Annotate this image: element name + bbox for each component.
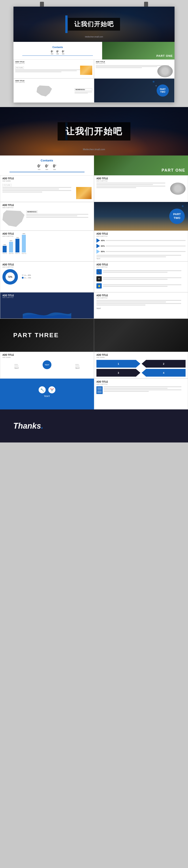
slide-row-3: ADD TITLE ADD SUBTITLE 25% TEXT A 50% TE… [0, 230, 188, 261]
contents-row: Contants 01 title 02 title 06 title [14, 42, 174, 59]
line [103, 272, 167, 273]
line [97, 186, 165, 187]
line [103, 270, 181, 271]
pct-dot-a [22, 274, 24, 276]
map-body: NEIMENGGU [2, 209, 91, 228]
icon-row-2: 👁 [97, 276, 186, 281]
bar-label-2: TEXT B [9, 253, 14, 254]
fw-contents-left: Contants 01 title 02 title 06 title [0, 155, 94, 175]
hero-title: 让我们开始吧 [74, 20, 114, 28]
donut-label: 72% [2, 269, 18, 285]
grid4-col-1-cells [97, 387, 102, 393]
line [103, 284, 181, 285]
poster-slide-2: ADD TITLE ADD SUBTITLE [94, 59, 174, 79]
sh-subtitle-1: Add Subtitle [2, 180, 91, 182]
sh-taxi-img [76, 187, 91, 199]
line [15, 69, 88, 70]
line [103, 286, 167, 287]
icon-lines-2 [103, 277, 186, 280]
icon-list-title: ADD TITLE [97, 264, 186, 266]
sh-watch-img [170, 183, 186, 195]
bar-label-1: TEXT A [2, 253, 7, 254]
thanks-text: Thanks. [13, 421, 43, 431]
sh-body-1 [2, 187, 91, 200]
pct-item-b: B — 72% [22, 277, 31, 279]
arrow-item-label-2: 60% [101, 245, 105, 247]
fw-ci-num-3: 06 [53, 164, 56, 168]
line [97, 305, 145, 306]
china-map-shape [37, 86, 52, 96]
contents-title: Contants [52, 46, 63, 49]
icon-lines-3 [103, 284, 186, 287]
bar-title: ADD TITLE [2, 232, 91, 235]
pct-dot-b [22, 277, 24, 279]
line [96, 67, 142, 68]
bar-4 [22, 235, 26, 252]
arrow-line-3 [106, 251, 186, 252]
contents-right: PART ONE [102, 42, 175, 59]
slide-row-7: 🔧 ✂️ TEXT ADD TITLE ADD SUBTITLE [0, 379, 188, 409]
fw-ci-1: 01 title [37, 164, 41, 170]
tools-slide: 🔧 ✂️ TEXT [0, 379, 94, 409]
text-box-left: TEXT [14, 364, 19, 369]
poster-slide-2-title: ADD TITLE [96, 61, 173, 63]
quad-4: 4 [142, 369, 186, 377]
line [75, 364, 79, 365]
text-label-main: TEXT [97, 307, 186, 309]
text-slide-subtitle: ADD SUBTITLE [97, 297, 186, 299]
line [104, 391, 149, 392]
arrow-chart-title: ADD TITLE [97, 232, 186, 235]
line [26, 217, 88, 218]
pct-item-a: A — 28% [22, 274, 31, 276]
quad-3: 3 [97, 369, 140, 377]
bar-pct-3: 70% [16, 237, 19, 238]
arrow-line-1 [106, 240, 186, 241]
main-hero-title: 让我们开始吧 [65, 125, 123, 137]
wave-svg [0, 305, 94, 318]
slide-half-watch: ADD TITLE ADD SUBTITLE [94, 175, 188, 202]
slide-row-6: ADD TITLE Add Subtitle TEXT TEXT TEXT AD… [0, 352, 188, 379]
wave-title: ADD TITLE [2, 294, 91, 297]
hero-subtitle: Meilechen.tmall.com [85, 36, 103, 38]
line [96, 66, 157, 67]
poster-slide-1-subtitle: ADD SUBTITLE [15, 63, 92, 64]
line [97, 187, 136, 188]
fw-ci-label-1: title [37, 168, 41, 170]
arrow-item-2: 60% [97, 244, 186, 248]
arrow-item-1: 40% [97, 238, 186, 243]
poster-slide-1-picture: PICTURE [15, 66, 24, 69]
icon-lines-1 [103, 270, 186, 273]
deco-circle-1 [153, 81, 155, 83]
text-slide-body: TEXT [97, 300, 186, 309]
line [104, 390, 181, 390]
eye-icon-box: 👁 [97, 276, 102, 281]
fw-ci-3: 06 title [53, 164, 56, 170]
neimenggu-label: NEIMENGGU [75, 88, 92, 91]
quad-arrows-slide: ADD TITLE Add Subtitle 1 2 3 4 [94, 352, 188, 379]
bar-col-4: 90% TEXT D [22, 233, 26, 254]
slide-row-1: ADD TITLE Add Subtitle PICTURE ADD TITLE… [0, 175, 188, 202]
arrow-icon-2 [97, 244, 100, 248]
icon-list-body: 📞 👁 ⭐ [97, 269, 186, 288]
sh-lines-1 [2, 187, 75, 193]
line [2, 192, 42, 192]
poster-slide-3: ADD TITLE ADD SUBTITLE NEIMENGGU [14, 79, 94, 103]
quad-1: 1 [97, 360, 140, 368]
part-two-circle: PARTTWO [157, 85, 169, 97]
text-slide-title: ADD TITLE [97, 294, 186, 297]
grid4-title: ADD TITLE [97, 380, 186, 383]
fw-ci-num-1: 01 [37, 164, 41, 168]
hero-slide: 让我们开始吧 Meilechen.tmall.com [14, 7, 174, 42]
main-area: 让我们开始吧 Meilechen.tmall.com [0, 107, 188, 155]
fw-ci-label-3: title [53, 168, 56, 170]
thanks-slide: Thanks. [0, 409, 188, 442]
line [104, 388, 167, 389]
china-map-full [2, 210, 25, 227]
poster-slide-3-title: ADD TITLE [15, 80, 92, 82]
grid4-slide: ADD TITLE ADD SUBTITLE [94, 379, 188, 409]
arrow-item-3: 80% [97, 249, 186, 254]
bar-col-3: 70% TEXT C [15, 237, 20, 254]
text-boxes-slide: ADD TITLE Add Subtitle TEXT TEXT TEXT [0, 352, 94, 379]
bar-1 [3, 246, 7, 252]
map-subtitle: ADD SUBTITLE [2, 207, 91, 208]
